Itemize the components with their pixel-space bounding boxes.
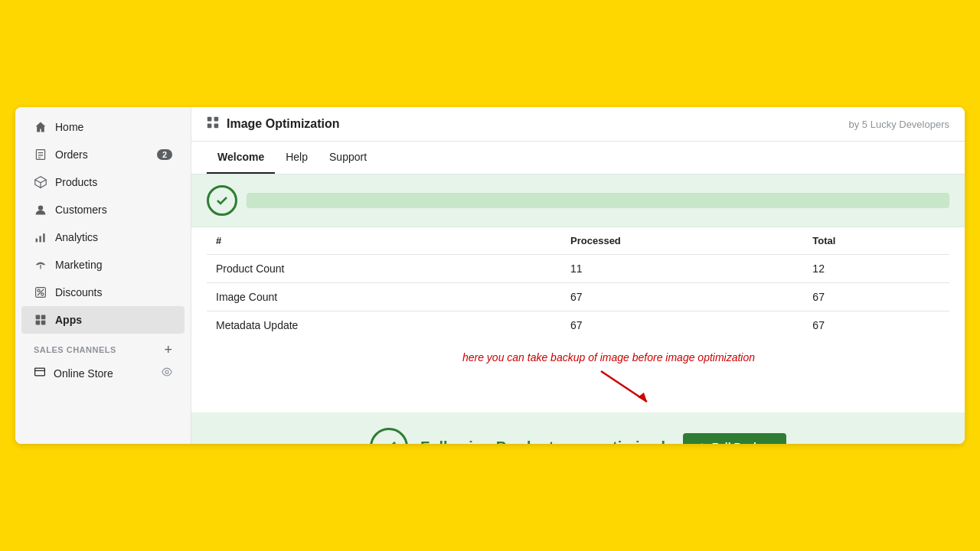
online-store-eye-button[interactable] <box>162 367 172 380</box>
analytics-icon <box>34 230 47 244</box>
row1-label: Product Count <box>207 255 561 283</box>
table-row: Image Count 67 67 <box>207 283 949 311</box>
svg-rect-20 <box>35 368 45 376</box>
row2-label: Image Count <box>207 283 561 311</box>
sidebar-label-home: Home <box>55 121 83 133</box>
row3-total: 67 <box>803 311 949 340</box>
sidebar: Home Orders 2 Products Customers <box>15 107 191 444</box>
row3-processed: 67 <box>561 311 803 340</box>
online-store-label: Online Store <box>54 367 113 380</box>
sidebar-label-products: Products <box>55 176 97 188</box>
bottom-check-circle <box>370 428 408 444</box>
download-icon <box>697 442 707 444</box>
sidebar-item-discounts[interactable]: Discounts <box>21 279 185 306</box>
sidebar-item-marketing[interactable]: Marketing <box>21 251 185 279</box>
annotation-text: here you can take backup of image before… <box>268 351 949 364</box>
add-sales-channel-button[interactable]: + <box>164 343 172 357</box>
sidebar-label-apps: Apps <box>55 314 82 326</box>
row1-total: 12 <box>803 255 949 283</box>
sidebar-item-online-store[interactable]: Online Store <box>21 360 185 386</box>
sidebar-item-orders[interactable]: Orders 2 <box>21 141 185 168</box>
marketing-icon <box>34 258 47 272</box>
svg-line-5 <box>35 180 41 183</box>
bottom-green-section: Following Products are optimized: Full B… <box>191 412 965 444</box>
online-store-icon <box>34 366 46 380</box>
svg-rect-16 <box>36 315 41 320</box>
row2-total: 67 <box>803 283 949 311</box>
sidebar-label-customers: Customers <box>55 204 107 216</box>
svg-rect-10 <box>43 233 44 242</box>
apps-icon <box>34 313 47 327</box>
products-icon <box>34 175 47 189</box>
stats-table: # Processed Total Product Count 11 12 Im… <box>207 227 949 339</box>
svg-rect-8 <box>36 239 38 243</box>
app-nav: Welcome Help Support <box>191 142 965 174</box>
table-row: Product Count 11 12 <box>207 255 949 283</box>
sidebar-item-apps[interactable]: Apps <box>21 306 185 334</box>
sales-channels-label: SALES CHANNELS <box>34 345 116 354</box>
content-body: # Processed Total Product Count 11 12 Im… <box>191 174 965 444</box>
top-check-circle <box>207 185 237 216</box>
col-header-total: Total <box>803 227 949 255</box>
svg-rect-19 <box>41 321 46 325</box>
tab-help[interactable]: Help <box>275 142 318 174</box>
annotation-arrow <box>463 364 693 409</box>
home-icon <box>34 120 47 134</box>
svg-marker-28 <box>638 393 647 402</box>
app-header: Image Optimization by 5 Lucky Developers <box>191 107 965 142</box>
tab-welcome[interactable]: Welcome <box>207 142 275 174</box>
customers-icon <box>34 203 47 217</box>
app-title: Image Optimization <box>227 117 340 131</box>
sidebar-label-orders: Orders <box>55 148 88 161</box>
orders-badge: 2 <box>157 149 172 160</box>
app-header-left: Image Optimization <box>207 116 340 132</box>
svg-rect-17 <box>41 315 46 320</box>
svg-point-12 <box>38 289 40 292</box>
svg-point-22 <box>165 370 168 373</box>
col-header-label: # <box>207 227 561 255</box>
orders-icon <box>34 148 47 161</box>
app-by-label: by 5 Lucky Developers <box>848 119 949 130</box>
app-grid-icon <box>207 116 219 132</box>
sidebar-item-analytics[interactable]: Analytics <box>21 223 185 251</box>
svg-rect-23 <box>207 117 212 122</box>
svg-line-6 <box>41 180 46 183</box>
top-green-banner <box>191 174 965 227</box>
sidebar-item-customers[interactable]: Customers <box>21 196 185 223</box>
sidebar-label-marketing: Marketing <box>55 259 102 271</box>
col-header-processed: Processed <box>561 227 803 255</box>
svg-point-7 <box>38 205 43 210</box>
svg-rect-9 <box>39 236 41 242</box>
row1-processed: 11 <box>561 255 803 283</box>
main-window: Home Orders 2 Products Customers <box>15 107 965 444</box>
sidebar-item-home[interactable]: Home <box>21 113 185 141</box>
following-products-text: Following Products are optimized: <box>420 439 671 445</box>
svg-rect-24 <box>214 117 219 122</box>
full-backup-button[interactable]: Full Backup <box>683 433 786 444</box>
sidebar-label-analytics: Analytics <box>55 231 98 243</box>
annotation-area: here you can take backup of image before… <box>191 339 965 409</box>
stats-table-wrapper: # Processed Total Product Count 11 12 Im… <box>191 227 965 339</box>
svg-rect-25 <box>207 124 212 129</box>
table-row: Metadata Update 67 67 <box>207 311 949 340</box>
backup-button-label: Full Backup <box>712 441 773 444</box>
sidebar-item-products[interactable]: Products <box>21 168 185 196</box>
content-area: Image Optimization by 5 Lucky Developers… <box>191 107 965 444</box>
tab-support[interactable]: Support <box>318 142 377 174</box>
svg-rect-26 <box>214 124 219 129</box>
svg-line-14 <box>38 289 44 295</box>
sales-channels-section: SALES CHANNELS + <box>15 334 191 360</box>
row2-processed: 67 <box>561 283 803 311</box>
svg-point-13 <box>41 293 44 295</box>
svg-rect-18 <box>36 321 41 325</box>
row3-label: Metadata Update <box>207 311 561 340</box>
sidebar-label-discounts: Discounts <box>55 286 102 298</box>
discounts-icon <box>34 285 47 299</box>
